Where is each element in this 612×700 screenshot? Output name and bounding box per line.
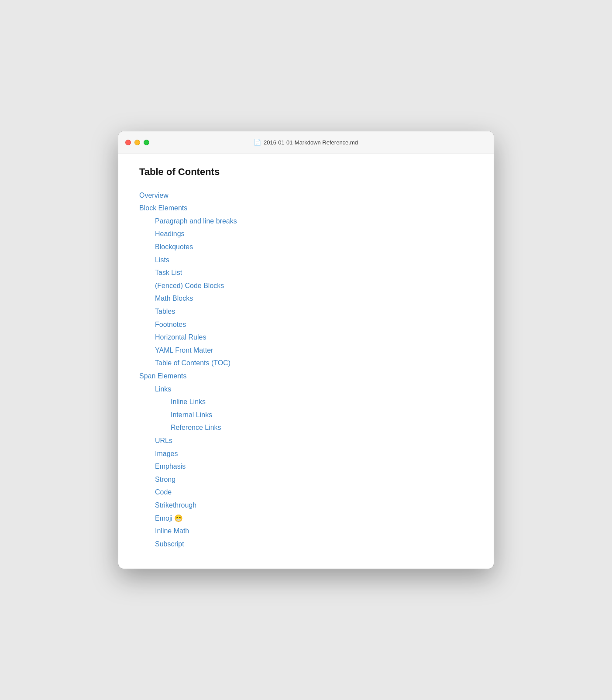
toc-link-images[interactable]: Images: [155, 448, 178, 460]
list-item: Blockquotes: [139, 241, 473, 253]
toc-link-links[interactable]: Links: [155, 384, 171, 395]
toc-link-inline-math[interactable]: Inline Math: [155, 525, 189, 537]
list-item: Links: [139, 384, 473, 395]
toc-link-math-blocks[interactable]: Math Blocks: [155, 293, 193, 304]
list-item: Subscript: [139, 539, 473, 550]
list-item: Horizontal Rules: [139, 332, 473, 343]
toc-link-lists[interactable]: Lists: [155, 254, 169, 266]
window-title: 📄 2016-01-01-Markdown Reference.md: [254, 138, 358, 146]
maximize-button[interactable]: [144, 140, 149, 145]
toc-link-headings[interactable]: Headings: [155, 228, 185, 240]
toc-link-horizontal-rules[interactable]: Horizontal Rules: [155, 332, 206, 343]
toc-list: Overview Block Elements Paragraph and li…: [139, 190, 473, 550]
toc-link-inline-links[interactable]: Inline Links: [171, 396, 206, 408]
toc-link-subscript[interactable]: Subscript: [155, 539, 184, 550]
close-button[interactable]: [125, 140, 131, 145]
minimize-button[interactable]: [134, 140, 140, 145]
toc-link-emoji[interactable]: Emoji 😁: [155, 513, 183, 524]
list-item: Tables: [139, 306, 473, 317]
toc-heading: Table of Contents: [139, 166, 473, 178]
toc-link-yaml[interactable]: YAML Front Matter: [155, 345, 213, 356]
toc-link-strong[interactable]: Strong: [155, 474, 175, 485]
toc-link-blockquotes[interactable]: Blockquotes: [155, 241, 193, 253]
toc-link-emphasis[interactable]: Emphasis: [155, 461, 186, 472]
list-item: Footnotes: [139, 319, 473, 330]
list-item: URLs: [139, 435, 473, 446]
list-item: Images: [139, 448, 473, 460]
list-item: Block Elements: [139, 202, 473, 214]
list-item: Reference Links: [139, 422, 473, 433]
toc-link-reference-links[interactable]: Reference Links: [171, 422, 221, 433]
app-window: 📄 2016-01-01-Markdown Reference.md Table…: [118, 131, 494, 569]
list-item: Strikethrough: [139, 500, 473, 511]
toc-link-code-blocks[interactable]: (Fenced) Code Blocks: [155, 280, 224, 292]
toc-link-strikethrough[interactable]: Strikethrough: [155, 500, 196, 511]
list-item: Headings: [139, 228, 473, 240]
title-text: 2016-01-01-Markdown Reference.md: [264, 139, 358, 146]
toc-link-span-elements[interactable]: Span Elements: [139, 371, 187, 382]
toc-link-toc[interactable]: Table of Contents (TOC): [155, 357, 230, 369]
list-item: Strong: [139, 474, 473, 485]
list-item: Emoji 😁: [139, 513, 473, 524]
list-item: Internal Links: [139, 409, 473, 421]
toc-link-urls[interactable]: URLs: [155, 435, 172, 446]
list-item: Lists: [139, 254, 473, 266]
toc-link-overview[interactable]: Overview: [139, 190, 168, 201]
titlebar: 📄 2016-01-01-Markdown Reference.md: [118, 131, 494, 154]
toc-link-task-list[interactable]: Task List: [155, 267, 182, 278]
list-item: Task List: [139, 267, 473, 278]
toc-link-code[interactable]: Code: [155, 487, 172, 498]
toc-link-internal-links[interactable]: Internal Links: [171, 409, 212, 421]
list-item: Table of Contents (TOC): [139, 357, 473, 369]
list-item: Code: [139, 487, 473, 498]
list-item: YAML Front Matter: [139, 345, 473, 356]
list-item: Math Blocks: [139, 293, 473, 304]
toc-link-paragraph[interactable]: Paragraph and line breaks: [155, 216, 237, 227]
list-item: Span Elements: [139, 371, 473, 382]
traffic-lights: [125, 140, 149, 145]
list-item: Overview: [139, 190, 473, 201]
file-icon: 📄: [254, 138, 261, 146]
toc-link-tables[interactable]: Tables: [155, 306, 175, 317]
toc-link-block-elements[interactable]: Block Elements: [139, 202, 187, 214]
content-area: Table of Contents Overview Block Element…: [118, 154, 494, 569]
list-item: Emphasis: [139, 461, 473, 472]
list-item: (Fenced) Code Blocks: [139, 280, 473, 292]
list-item: Inline Math: [139, 525, 473, 537]
list-item: Paragraph and line breaks: [139, 216, 473, 227]
list-item: Inline Links: [139, 396, 473, 408]
toc-link-footnotes[interactable]: Footnotes: [155, 319, 186, 330]
